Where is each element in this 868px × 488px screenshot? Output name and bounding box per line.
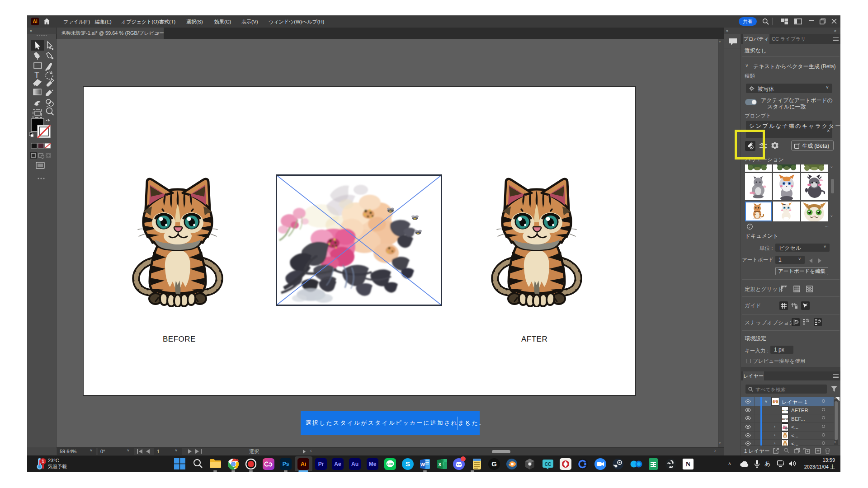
svg-text:T: T	[34, 70, 39, 80]
svg-text:CC: CC	[545, 462, 551, 467]
svg-text:1: 1	[42, 459, 44, 464]
svg-text:W: W	[420, 462, 425, 467]
svg-text:LINE: LINE	[387, 463, 393, 465]
svg-text:X: X	[438, 462, 442, 467]
